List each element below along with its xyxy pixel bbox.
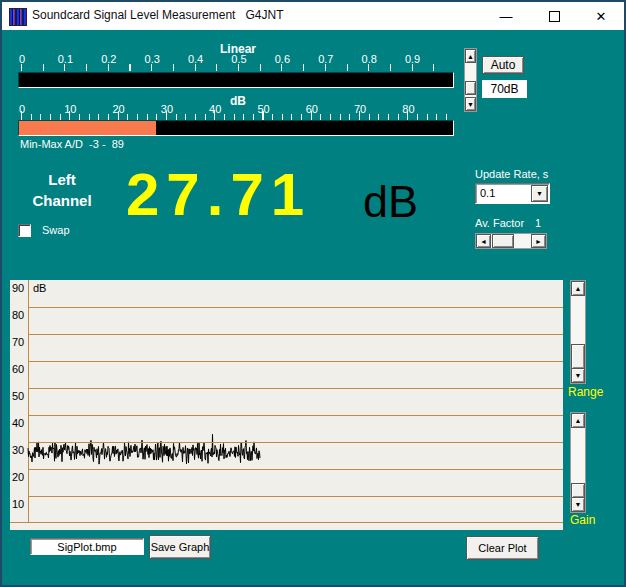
range-thumb[interactable] [571, 344, 585, 369]
y-axis-label: 50 [12, 390, 24, 402]
channel-line2: Channel [10, 190, 114, 211]
range-scrollbar[interactable]: ▲ ▼ [570, 280, 586, 384]
clear-plot-button[interactable]: Clear Plot [466, 536, 539, 560]
range-label: Range [568, 385, 603, 399]
filename-field[interactable]: SigPlot.bmp [30, 538, 144, 555]
app-icon [9, 8, 27, 26]
maximize-icon [549, 11, 560, 22]
gain-scrollbar[interactable]: ▲ ▼ [570, 412, 586, 513]
auto-button[interactable]: Auto [482, 56, 524, 74]
gain-thumb[interactable] [571, 483, 585, 498]
scroll-up-icon[interactable]: ▲ [465, 49, 476, 63]
gridline [28, 415, 563, 416]
y-axis-label: 80 [12, 309, 24, 321]
minimize-button[interactable]: — [488, 2, 524, 30]
db-level-fill [19, 121, 156, 135]
av-factor-value: 1 [535, 217, 541, 229]
level-readout-value: 27.71 [126, 160, 311, 229]
y-axis-label: 70 [12, 336, 24, 348]
range-up-icon[interactable]: ▲ [571, 281, 585, 296]
window-title: Soundcard Signal Level Measurement G4JNT [32, 8, 283, 22]
y-axis-label: 40 [12, 417, 24, 429]
y-axis-label: 10 [12, 498, 24, 510]
swap-checkbox[interactable] [18, 224, 31, 237]
signal-trace [10, 280, 563, 530]
gridline [28, 388, 563, 389]
y-axis-label: 90 [12, 282, 24, 294]
minimize-icon: — [500, 9, 513, 24]
gridline [28, 361, 563, 362]
meter-scale-thumb[interactable] [465, 81, 476, 95]
gridline [28, 469, 563, 470]
gain-up-icon[interactable]: ▲ [571, 413, 585, 428]
scale-display: 70dB [482, 80, 527, 98]
app-window: Soundcard Signal Level Measurement G4JNT… [0, 0, 626, 587]
channel-line1: Left [10, 169, 114, 190]
update-rate-value: 0.1 [480, 187, 495, 199]
gridline [28, 334, 563, 335]
x-axis-line [10, 522, 563, 523]
db-level-bar [18, 120, 454, 136]
update-rate-combobox[interactable]: 0.1 ▼ [475, 183, 550, 204]
minmax-text: Min-Max A/D -3 - 89 [20, 138, 124, 150]
dropdown-arrow-icon[interactable]: ▼ [531, 185, 548, 202]
close-icon: ✕ [596, 9, 607, 24]
channel-label: Left Channel [10, 169, 114, 211]
av-factor-scrollbar[interactable]: ◄ ► [475, 233, 547, 249]
av-factor-thumb[interactable] [492, 234, 514, 248]
y-axis-label: 60 [12, 363, 24, 375]
y-axis-label: 20 [12, 471, 24, 483]
maximize-button[interactable] [536, 2, 572, 30]
gain-down-icon[interactable]: ▼ [571, 497, 585, 512]
gridline [28, 442, 563, 443]
gridline [28, 496, 563, 497]
close-button[interactable]: ✕ [583, 2, 619, 30]
linear-tick-marks [21, 64, 443, 71]
meter-scale-scrollbar[interactable]: ▲ ▼ [464, 48, 477, 112]
level-readout-unit: dB [363, 176, 418, 228]
y-axis-label: 30 [12, 444, 24, 456]
gridline [28, 307, 563, 308]
linear-level-bar [18, 72, 454, 88]
signal-plot: dB 908070605040302010 [10, 280, 563, 530]
db-tick-marks-major [21, 111, 455, 120]
av-factor-label: Av. Factor [475, 217, 524, 229]
swap-checkbox-label: Swap [42, 224, 70, 236]
update-rate-label: Update Rate, s [475, 168, 548, 180]
scroll-down-icon[interactable]: ▼ [465, 97, 476, 111]
title-bar: Soundcard Signal Level Measurement G4JNT… [2, 2, 624, 30]
save-graph-button[interactable]: Save Graph [149, 535, 211, 559]
scroll-left-icon[interactable]: ◄ [476, 234, 491, 248]
gain-label: Gain [570, 513, 595, 527]
range-down-icon[interactable]: ▼ [571, 368, 585, 383]
scroll-right-icon[interactable]: ► [531, 234, 546, 248]
